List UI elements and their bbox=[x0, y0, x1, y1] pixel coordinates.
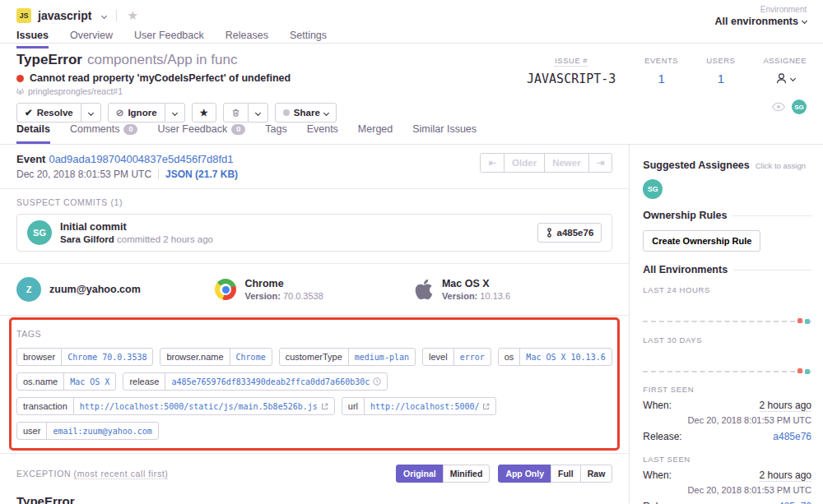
tag-level: levelerror bbox=[422, 348, 491, 366]
divider bbox=[732, 215, 811, 216]
toggle-raw[interactable]: Raw bbox=[580, 465, 613, 483]
tags-section: TAGS browserChrome 70.0.3538 browser.nam… bbox=[0, 316, 629, 454]
ownership-rules-title: Ownership Rules bbox=[643, 210, 727, 221]
os-version: 10.13.6 bbox=[480, 291, 510, 301]
event-label: Event bbox=[16, 153, 45, 165]
exception-heading: EXCEPTION bbox=[16, 469, 71, 479]
event-datetime: Dec 20, 2018 8:01:53 PM UTC bbox=[16, 169, 151, 180]
error-level-dot bbox=[16, 75, 24, 82]
first-page-icon: ⇤ bbox=[488, 157, 496, 169]
divider bbox=[158, 169, 159, 179]
divider bbox=[116, 10, 117, 21]
last-seen-heading: LAST SEEN bbox=[643, 455, 811, 464]
tab-tags[interactable]: Tags bbox=[265, 123, 286, 144]
project-switcher[interactable]: JS javascript ★ bbox=[16, 7, 807, 25]
tab-events[interactable]: Events bbox=[307, 123, 338, 144]
last-seen-relative: 2 hours ago bbox=[760, 469, 811, 482]
chevron-down-icon bbox=[323, 109, 329, 115]
check-icon: ✔ bbox=[25, 107, 33, 118]
divider bbox=[733, 270, 811, 270]
events-count[interactable]: 1 bbox=[644, 72, 678, 86]
commit-icon bbox=[546, 228, 553, 238]
resolve-button[interactable]: ✔Resolve bbox=[16, 103, 81, 123]
external-link-icon bbox=[482, 403, 490, 410]
older-event-button[interactable]: Older bbox=[504, 153, 545, 173]
suggested-assignee-avatar[interactable]: SG bbox=[643, 179, 663, 199]
seen-by-eye-icon bbox=[772, 102, 785, 112]
linked-issue-annotation[interactable]: pringlesprongles/react#1 bbox=[28, 86, 123, 96]
external-link-icon bbox=[321, 403, 328, 410]
environment-selector[interactable]: All environments bbox=[715, 16, 807, 27]
tag-browser-name: browser.nameChrome bbox=[160, 348, 272, 366]
environment-label: Environment bbox=[715, 5, 807, 14]
first-seen-relative: 2 hours ago bbox=[760, 400, 811, 412]
star-button[interactable]: ★ bbox=[192, 103, 216, 123]
last-event-button[interactable]: ⇥ bbox=[588, 153, 613, 173]
project-platform-icon: JS bbox=[16, 8, 31, 23]
spark-marker-red bbox=[797, 318, 802, 323]
first-event-button[interactable]: ⇤ bbox=[480, 153, 504, 173]
project-name[interactable]: javascript bbox=[38, 9, 91, 22]
ignore-button[interactable]: ⊘Ignore bbox=[108, 103, 165, 123]
chevron-down-icon bbox=[101, 12, 107, 18]
top-navigation: JS javascript ★ Environment All environm… bbox=[0, 0, 823, 44]
commit-author: Sara Gilford bbox=[60, 234, 114, 244]
delete-dropdown-button[interactable] bbox=[248, 103, 268, 123]
toggle-original[interactable]: Original bbox=[396, 465, 444, 483]
users-count[interactable]: 1 bbox=[706, 72, 735, 86]
tab-merged[interactable]: Merged bbox=[358, 123, 393, 144]
tag-url: urlhttp://localhost:5000/ bbox=[342, 397, 497, 415]
tab-user-feedback-detail[interactable]: User Feedback0 bbox=[157, 123, 245, 144]
assignee-selector[interactable] bbox=[763, 72, 807, 86]
suspect-commits-heading: SUSPECT COMMITS (1) bbox=[16, 197, 612, 207]
context-browser: Chrome Version: 70.0.3538 bbox=[215, 277, 413, 302]
exception-section: EXCEPTION (most recent call first) Origi… bbox=[0, 454, 629, 504]
share-button[interactable]: Share bbox=[275, 103, 337, 123]
comments-count-badge: 0 bbox=[123, 124, 137, 135]
first-seen-release[interactable]: a485e76 bbox=[773, 431, 811, 442]
issue-culprit: components/App in func bbox=[87, 52, 237, 67]
commit-card: SG Initial commit Sara Gilford committed… bbox=[16, 214, 612, 252]
bookmark-star-icon[interactable]: ★ bbox=[127, 8, 137, 23]
star-icon: ★ bbox=[200, 107, 208, 118]
tags-heading: TAGS bbox=[16, 329, 612, 339]
chevron-down-icon bbox=[802, 18, 807, 24]
toggle-app-only[interactable]: App Only bbox=[498, 465, 551, 483]
tag-os: osMac OS X 10.13.6 bbox=[498, 348, 612, 366]
chrome-icon bbox=[215, 279, 236, 300]
tab-similar-issues[interactable]: Similar Issues bbox=[412, 123, 477, 144]
issue-header: TypeErrorcomponents/App in func Cannot r… bbox=[0, 44, 823, 120]
last-24-hours-sparkline bbox=[643, 298, 811, 322]
tag-customer-type: customerTypemedium-plan bbox=[279, 348, 416, 366]
newer-event-button[interactable]: Newer bbox=[544, 153, 589, 173]
seen-by-avatar: SG bbox=[792, 99, 807, 114]
last-seen-release[interactable]: a485e76 bbox=[773, 501, 811, 504]
tab-comments[interactable]: Comments0 bbox=[70, 123, 137, 144]
first-seen-heading: FIRST SEEN bbox=[643, 385, 811, 394]
event-json-link[interactable]: JSON (21.7 KB) bbox=[165, 169, 238, 180]
delete-button[interactable] bbox=[223, 103, 249, 123]
tab-details[interactable]: Details bbox=[16, 123, 50, 144]
issue-annotation[interactable]: pringlesprongles/react#1 bbox=[16, 86, 807, 96]
browser-version: 70.0.3538 bbox=[283, 291, 323, 301]
issue-type: TypeError bbox=[16, 52, 82, 67]
create-ownership-rule-button[interactable]: Create Ownership Rule bbox=[643, 230, 760, 252]
ignore-dropdown-button[interactable] bbox=[165, 103, 185, 123]
person-icon bbox=[774, 72, 788, 86]
os-name: Mac OS X bbox=[442, 278, 510, 289]
issue-detail-tabs: Details Comments0 User Feedback0 Tags Ev… bbox=[0, 120, 823, 145]
exception-type: TypeError bbox=[16, 494, 612, 504]
when-label: When: bbox=[643, 400, 672, 411]
tag-user: useremail:zuum@yahoo.com bbox=[16, 422, 159, 440]
chevron-down-icon bbox=[255, 109, 261, 115]
share-status-dot bbox=[283, 109, 290, 116]
resolve-dropdown-button[interactable] bbox=[81, 103, 101, 123]
context-os: Mac OS X Version: 10.13.6 bbox=[414, 277, 612, 302]
toggle-minified[interactable]: Minified bbox=[443, 465, 491, 483]
commit-author-avatar: SG bbox=[27, 220, 52, 245]
feedback-count-badge: 0 bbox=[231, 124, 245, 135]
event-context-summary: Z zuum@yahoo.com Chrome Version: 70.0.35… bbox=[0, 264, 629, 316]
toggle-full[interactable]: Full bbox=[551, 465, 581, 483]
commit-sha-button[interactable]: a485e76 bbox=[537, 223, 602, 243]
event-id-link[interactable]: 0ad9ada198704004837e5d456f7d8fd1 bbox=[49, 153, 233, 165]
